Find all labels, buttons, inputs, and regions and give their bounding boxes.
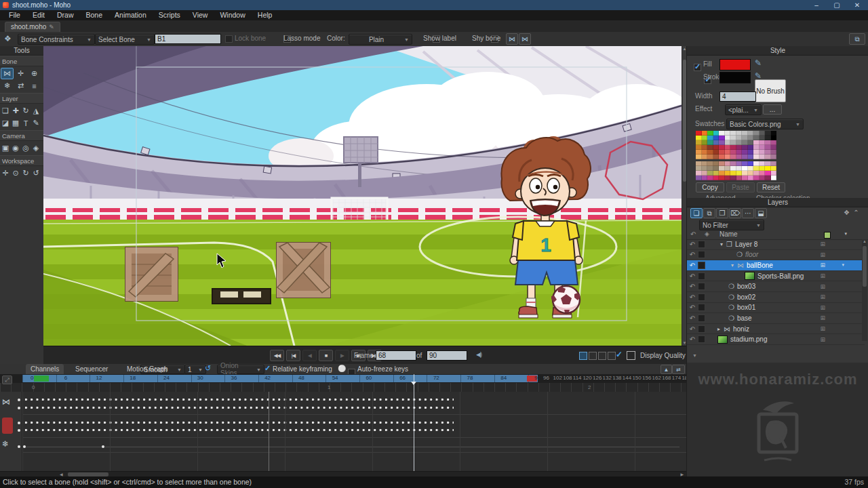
palette-swatch[interactable]	[713, 145, 719, 150]
palette-swatch[interactable]	[696, 161, 702, 166]
palette-swatch[interactable]	[707, 131, 713, 136]
safe-area-icon[interactable]	[627, 351, 635, 360]
palette-swatch[interactable]	[765, 140, 771, 145]
palette-swatch[interactable]	[765, 166, 771, 171]
layer-filter-dropdown[interactable]: No Filter	[699, 220, 764, 230]
palette-swatch[interactable]	[713, 171, 719, 176]
maximize-button[interactable]: ▢	[827, 0, 846, 10]
palette-swatch[interactable]	[736, 161, 743, 166]
palette-swatch[interactable]	[719, 166, 725, 171]
reference-layer-icon[interactable]: ⬓	[755, 208, 767, 218]
menu-help[interactable]: Help	[252, 10, 279, 20]
palette-swatch[interactable]	[730, 171, 736, 176]
palette-swatch[interactable]	[696, 150, 702, 155]
palette-swatch[interactable]	[707, 136, 713, 140]
timeline-tab-sequencer[interactable]: Sequencer	[71, 364, 113, 374]
layer-row-honiz[interactable]: ↶▸⋈honiz⊞	[687, 324, 865, 335]
palette-swatch[interactable]	[702, 136, 708, 140]
palette-swatch[interactable]	[765, 150, 771, 155]
palette-swatch[interactable]	[742, 131, 748, 136]
palette-swatch[interactable]	[753, 136, 760, 140]
palette-swatch[interactable]	[719, 150, 725, 155]
text-tool-icon[interactable]: T	[21, 117, 31, 129]
menu-view[interactable]: View	[186, 10, 214, 20]
palette-swatch[interactable]	[730, 131, 736, 136]
effect-dropdown[interactable]: <plai...	[725, 104, 762, 115]
layer-row-ballbone[interactable]: ↶▾⋈ballBone⊞▾	[687, 260, 865, 271]
palette-swatch[interactable]	[748, 166, 754, 171]
palette-swatch[interactable]	[725, 166, 731, 171]
layer-expander-icon[interactable]: ▸	[717, 326, 724, 332]
paste-style-button[interactable]: Paste	[726, 182, 755, 192]
bone-strength-tool-icon[interactable]: ≡	[28, 80, 41, 92]
palette-swatch[interactable]	[742, 166, 748, 171]
palette-swatch[interactable]	[771, 166, 777, 171]
palette-swatch[interactable]	[753, 161, 760, 166]
layer-tag-icon[interactable]: ❖	[842, 208, 851, 217]
palette-swatch[interactable]	[725, 136, 731, 140]
layer-row-box01[interactable]: ↶❍box01⊞	[687, 303, 865, 314]
palette-swatch[interactable]	[742, 150, 748, 155]
reparent-bone-tool-icon[interactable]: ⇄	[14, 80, 27, 92]
palette-swatch[interactable]	[760, 136, 766, 140]
palette-swatch[interactable]	[771, 176, 777, 180]
palette-swatch[interactable]	[771, 136, 777, 140]
palette-swatch[interactable]	[765, 176, 771, 180]
transform-bone-tool-icon[interactable]: ⋈	[1, 68, 14, 79]
layer-select-box[interactable]	[698, 251, 705, 258]
palette-swatch[interactable]	[730, 166, 736, 171]
menu-edit[interactable]: Edit	[26, 10, 51, 20]
palette-swatch[interactable]	[760, 176, 766, 180]
show-all-bones-toggle-icon[interactable]: ⋈	[506, 33, 518, 45]
palette-swatch[interactable]	[707, 145, 713, 150]
stroke-color-swatch[interactable]	[719, 72, 751, 83]
palette-swatch[interactable]	[713, 161, 719, 166]
layer-animated-icon[interactable]: ↶	[687, 251, 698, 258]
menu-scripts[interactable]: Scripts	[153, 10, 186, 20]
keyframe-dot[interactable]	[23, 445, 26, 448]
palette-swatch[interactable]	[725, 161, 731, 166]
palette-swatch[interactable]	[753, 155, 760, 159]
delete-layer-icon[interactable]: ⌦	[729, 208, 741, 218]
layer-animated-icon[interactable]: ↶	[687, 241, 698, 248]
palette-swatch[interactable]	[702, 131, 708, 136]
fill-eyedropper-icon[interactable]: ✎	[755, 58, 762, 68]
layer-options-icon[interactable]: ⊞	[820, 241, 825, 247]
layer-options-icon[interactable]: ⊞	[820, 304, 825, 311]
scroll-right-icon[interactable]: ▶	[680, 472, 684, 476]
palette-swatch[interactable]	[765, 136, 771, 140]
playhead-marker-icon[interactable]	[411, 382, 416, 385]
palette-swatch[interactable]	[707, 161, 713, 166]
palette-swatch[interactable]	[719, 171, 725, 176]
document-tab[interactable]: shoot.moho	[5, 22, 60, 33]
end-frame-input[interactable]: 90	[427, 350, 467, 361]
palette-swatch[interactable]	[742, 171, 748, 176]
palette-swatch[interactable]	[771, 145, 777, 150]
bind-points-tool-icon[interactable]: ❄	[1, 80, 14, 92]
palette-swatch[interactable]	[713, 136, 719, 140]
palette-swatch[interactable]	[736, 145, 743, 150]
layer-options-icon[interactable]: ⊞	[820, 283, 825, 290]
rewind-button[interactable]: ◀◀	[270, 350, 284, 361]
layer-row-floor[interactable]: ↶❍floor⊞	[687, 250, 865, 261]
palette-swatch[interactable]	[736, 171, 743, 176]
roll-camera-tool-icon[interactable]: ◎	[21, 142, 31, 154]
scroll-left-icon[interactable]: ◀	[60, 472, 63, 476]
palette-swatch[interactable]	[702, 155, 708, 159]
menu-bone[interactable]: Bone	[80, 10, 109, 20]
palette-swatch[interactable]	[760, 145, 766, 150]
keyframe-row[interactable]	[24, 421, 454, 424]
palette-swatch[interactable]	[730, 145, 736, 150]
palette-swatch[interactable]	[730, 161, 736, 166]
workspace-layout-icon[interactable]: ⧉	[849, 33, 865, 45]
single-view-icon[interactable]	[579, 352, 587, 360]
palette-swatch[interactable]	[748, 171, 754, 176]
zoom-camera-tool-icon[interactable]: ◉	[11, 142, 20, 154]
keyframe-row[interactable]	[24, 406, 454, 409]
palette-swatch[interactable]	[753, 150, 760, 155]
draw-tool-icon[interactable]: ✎	[31, 117, 41, 129]
palette-swatch[interactable]	[765, 145, 771, 150]
palette-swatch[interactable]	[760, 150, 766, 155]
palette-swatch[interactable]	[765, 155, 771, 159]
palette-swatch[interactable]	[707, 155, 713, 159]
